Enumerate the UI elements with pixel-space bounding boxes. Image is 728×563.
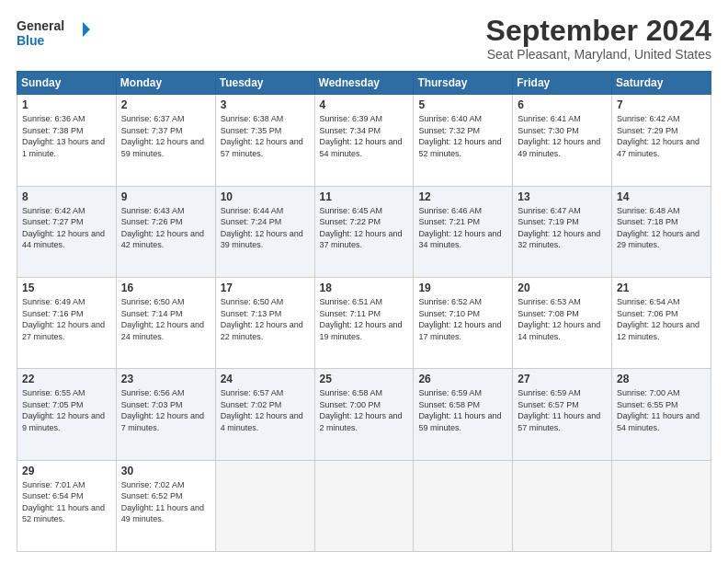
cell-info: Sunrise: 6:46 AMSunset: 7:21 PMDaylight:… (418, 206, 501, 250)
cell-info: Sunrise: 6:52 AMSunset: 7:10 PMDaylight:… (418, 297, 501, 341)
calendar-cell: 12 Sunrise: 6:46 AMSunset: 7:21 PMDaylig… (414, 186, 513, 277)
subtitle: Seat Pleasant, Maryland, United States (486, 47, 711, 62)
main-title: September 2024 (486, 15, 711, 47)
day-number: 1 (22, 98, 111, 111)
svg-text:Blue: Blue (17, 33, 45, 48)
calendar-cell (414, 460, 513, 551)
day-number: 9 (121, 190, 210, 203)
calendar-cell: 3 Sunrise: 6:38 AMSunset: 7:35 PMDayligh… (215, 95, 314, 186)
calendar-cell: 23 Sunrise: 6:56 AMSunset: 7:03 PMDaylig… (116, 369, 215, 460)
week-row-4: 22 Sunrise: 6:55 AMSunset: 7:05 PMDaylig… (17, 369, 711, 460)
cell-info: Sunrise: 6:56 AMSunset: 7:03 PMDaylight:… (121, 388, 204, 432)
day-number: 25 (320, 373, 409, 385)
day-number: 15 (22, 282, 111, 294)
cell-info: Sunrise: 6:49 AMSunset: 7:16 PMDaylight:… (22, 297, 105, 341)
calendar-cell: 18 Sunrise: 6:51 AMSunset: 7:11 PMDaylig… (314, 277, 414, 368)
cell-info: Sunrise: 6:47 AMSunset: 7:19 PMDaylight:… (518, 206, 600, 250)
cell-info: Sunrise: 6:37 AMSunset: 7:37 PMDaylight:… (121, 114, 204, 158)
day-number: 6 (518, 98, 607, 111)
day-number: 24 (221, 373, 310, 385)
col-saturday: Saturday (612, 72, 711, 95)
day-number: 12 (418, 190, 507, 203)
week-row-1: 1 Sunrise: 6:36 AMSunset: 7:38 PMDayligh… (17, 95, 711, 186)
day-number: 16 (121, 282, 210, 294)
calendar-cell: 28 Sunrise: 7:00 AMSunset: 6:55 PMDaylig… (612, 369, 711, 460)
calendar-cell: 21 Sunrise: 6:54 AMSunset: 7:06 PMDaylig… (612, 277, 711, 368)
calendar-cell (513, 460, 612, 551)
calendar-cell: 9 Sunrise: 6:43 AMSunset: 7:26 PMDayligh… (116, 186, 215, 277)
day-number: 17 (221, 282, 310, 294)
page: General Blue September 2024 Seat Pleasan… (0, 0, 728, 563)
cell-info: Sunrise: 6:59 AMSunset: 6:57 PMDaylight:… (518, 388, 600, 432)
col-wednesday: Wednesday (314, 72, 414, 95)
cell-info: Sunrise: 6:38 AMSunset: 7:35 PMDaylight:… (221, 114, 303, 158)
week-row-5: 29 Sunrise: 7:01 AMSunset: 6:54 PMDaylig… (17, 460, 711, 551)
week-row-3: 15 Sunrise: 6:49 AMSunset: 7:16 PMDaylig… (17, 277, 711, 368)
svg-text:General: General (17, 18, 64, 33)
logo-svg: General Blue (17, 15, 90, 52)
day-number: 18 (320, 282, 409, 294)
day-number: 22 (22, 373, 111, 385)
day-number: 30 (121, 465, 210, 477)
calendar-cell: 1 Sunrise: 6:36 AMSunset: 7:38 PMDayligh… (17, 95, 117, 186)
cell-info: Sunrise: 6:48 AMSunset: 7:18 PMDaylight:… (617, 206, 700, 250)
calendar-cell: 8 Sunrise: 6:42 AMSunset: 7:27 PMDayligh… (17, 186, 117, 277)
calendar-cell: 26 Sunrise: 6:59 AMSunset: 6:58 PMDaylig… (414, 369, 513, 460)
day-number: 28 (617, 373, 706, 385)
cell-info: Sunrise: 6:55 AMSunset: 7:05 PMDaylight:… (22, 388, 105, 432)
day-number: 3 (221, 98, 310, 111)
header: General Blue September 2024 Seat Pleasan… (17, 15, 711, 62)
day-number: 8 (22, 190, 111, 203)
calendar-header-row: Sunday Monday Tuesday Wednesday Thursday… (17, 72, 711, 95)
day-number: 14 (617, 190, 706, 203)
cell-info: Sunrise: 6:51 AMSunset: 7:11 PMDaylight:… (320, 297, 403, 341)
calendar-cell (314, 460, 414, 551)
cell-info: Sunrise: 6:50 AMSunset: 7:14 PMDaylight:… (121, 297, 204, 341)
title-block: September 2024 Seat Pleasant, Maryland, … (486, 15, 711, 62)
day-number: 7 (617, 98, 706, 111)
calendar-cell: 15 Sunrise: 6:49 AMSunset: 7:16 PMDaylig… (17, 277, 117, 368)
day-number: 27 (518, 373, 607, 385)
calendar-cell: 24 Sunrise: 6:57 AMSunset: 7:02 PMDaylig… (215, 369, 314, 460)
calendar-cell: 30 Sunrise: 7:02 AMSunset: 6:52 PMDaylig… (116, 460, 215, 551)
calendar-cell: 27 Sunrise: 6:59 AMSunset: 6:57 PMDaylig… (513, 369, 612, 460)
cell-info: Sunrise: 6:57 AMSunset: 7:02 PMDaylight:… (221, 388, 303, 432)
cell-info: Sunrise: 6:43 AMSunset: 7:26 PMDaylight:… (121, 206, 204, 250)
calendar-cell: 5 Sunrise: 6:40 AMSunset: 7:32 PMDayligh… (414, 95, 513, 186)
calendar-cell: 17 Sunrise: 6:50 AMSunset: 7:13 PMDaylig… (215, 277, 314, 368)
cell-info: Sunrise: 6:40 AMSunset: 7:32 PMDaylight:… (418, 114, 501, 158)
cell-info: Sunrise: 7:01 AMSunset: 6:54 PMDaylight:… (22, 480, 105, 524)
day-number: 11 (320, 190, 409, 203)
day-number: 20 (518, 282, 607, 294)
cell-info: Sunrise: 6:59 AMSunset: 6:58 PMDaylight:… (418, 388, 501, 432)
logo: General Blue (17, 15, 90, 52)
day-number: 2 (121, 98, 210, 111)
day-number: 29 (22, 465, 111, 477)
day-number: 4 (320, 98, 409, 111)
cell-info: Sunrise: 6:42 AMSunset: 7:29 PMDaylight:… (617, 114, 700, 158)
calendar-cell: 19 Sunrise: 6:52 AMSunset: 7:10 PMDaylig… (414, 277, 513, 368)
calendar-cell: 20 Sunrise: 6:53 AMSunset: 7:08 PMDaylig… (513, 277, 612, 368)
col-friday: Friday (513, 72, 612, 95)
calendar-cell: 7 Sunrise: 6:42 AMSunset: 7:29 PMDayligh… (612, 95, 711, 186)
day-number: 13 (518, 190, 607, 203)
cell-info: Sunrise: 6:44 AMSunset: 7:24 PMDaylight:… (221, 206, 303, 250)
cell-info: Sunrise: 7:02 AMSunset: 6:52 PMDaylight:… (121, 480, 204, 524)
cell-info: Sunrise: 6:45 AMSunset: 7:22 PMDaylight:… (320, 206, 403, 250)
day-number: 23 (121, 373, 210, 385)
calendar-cell: 11 Sunrise: 6:45 AMSunset: 7:22 PMDaylig… (314, 186, 414, 277)
day-number: 5 (418, 98, 507, 111)
col-thursday: Thursday (414, 72, 513, 95)
col-tuesday: Tuesday (215, 72, 314, 95)
calendar-cell (215, 460, 314, 551)
col-monday: Monday (116, 72, 215, 95)
calendar-cell: 14 Sunrise: 6:48 AMSunset: 7:18 PMDaylig… (612, 186, 711, 277)
calendar-cell: 6 Sunrise: 6:41 AMSunset: 7:30 PMDayligh… (513, 95, 612, 186)
week-row-2: 8 Sunrise: 6:42 AMSunset: 7:27 PMDayligh… (17, 186, 711, 277)
day-number: 21 (617, 282, 706, 294)
svg-marker-2 (83, 22, 90, 37)
cell-info: Sunrise: 6:39 AMSunset: 7:34 PMDaylight:… (320, 114, 403, 158)
cell-info: Sunrise: 6:54 AMSunset: 7:06 PMDaylight:… (617, 297, 700, 341)
calendar-cell: 2 Sunrise: 6:37 AMSunset: 7:37 PMDayligh… (116, 95, 215, 186)
day-number: 26 (418, 373, 507, 385)
